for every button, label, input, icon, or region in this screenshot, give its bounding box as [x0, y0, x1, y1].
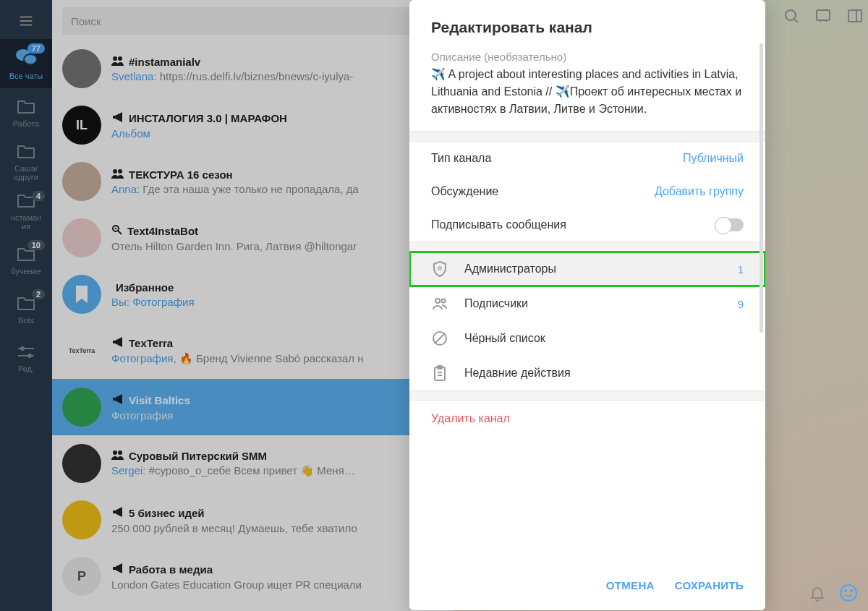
subscribers-count: 9: [738, 298, 744, 310]
subscribers-label: Подписчики: [464, 297, 528, 310]
channel-type-row[interactable]: Тип канала Публичный: [409, 142, 765, 175]
discussion-row[interactable]: Обсуждение Добавить группу: [409, 175, 765, 208]
svg-point-33: [845, 590, 846, 591]
subscribers-row[interactable]: Подписчики 9: [409, 286, 765, 321]
section-gap: [409, 242, 765, 252]
delete-channel-button[interactable]: Удалить канал: [409, 401, 765, 437]
svg-point-25: [442, 299, 446, 303]
users-icon: [431, 295, 448, 312]
input-bar-icons: [809, 584, 858, 605]
blacklist-row[interactable]: Чёрный список: [409, 321, 765, 356]
admins-count: 1: [738, 263, 744, 275]
bell-icon[interactable]: [809, 584, 826, 604]
admins-label: Администраторы: [464, 262, 556, 275]
section-gap: [409, 132, 765, 142]
clipboard-icon: [431, 364, 448, 382]
svg-line-27: [435, 333, 445, 343]
section-gap: [409, 390, 765, 401]
edit-channel-modal: Редактировать канал Описание (необязател…: [409, 0, 765, 610]
scrollbar[interactable]: [760, 43, 763, 333]
modal-title: Редактировать канал: [409, 0, 765, 51]
modal-footer: ОТМЕНА СОХРАНИТЬ: [409, 560, 765, 610]
recent-actions-label: Недавние действия: [464, 367, 571, 380]
save-button[interactable]: СОХРАНИТЬ: [675, 579, 744, 591]
svg-point-24: [435, 299, 440, 303]
sign-messages-toggle[interactable]: [715, 218, 744, 231]
administrators-row[interactable]: Администраторы 1: [409, 252, 765, 286]
blacklist-label: Чёрный список: [464, 332, 545, 345]
channel-type-value: Публичный: [683, 152, 744, 165]
channel-type-label: Тип канала: [431, 152, 491, 165]
discussion-label: Обсуждение: [431, 185, 498, 198]
recent-actions-row[interactable]: Недавние действия: [409, 356, 765, 390]
shield-icon: [431, 260, 448, 278]
svg-point-34: [851, 590, 852, 591]
cancel-button[interactable]: ОТМЕНА: [606, 579, 655, 591]
description-text[interactable]: ✈️ A project about interesting places an…: [409, 63, 765, 132]
discussion-value: Добавить группу: [655, 185, 744, 198]
sign-messages-row: Подписывать сообщения: [409, 208, 765, 242]
block-icon: [431, 330, 448, 347]
smile-icon[interactable]: [839, 584, 858, 605]
svg-point-32: [841, 585, 856, 601]
description-label: Описание (необязательно): [409, 51, 765, 63]
sign-messages-label: Подписывать сообщения: [431, 218, 566, 231]
